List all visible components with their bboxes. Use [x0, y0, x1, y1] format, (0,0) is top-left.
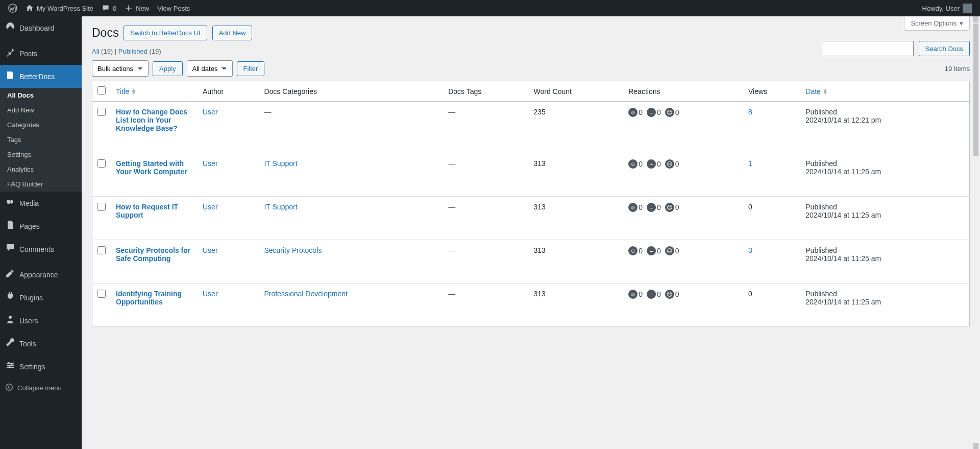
dates-select[interactable]: All dates	[187, 60, 233, 77]
happy-icon: ☺	[628, 159, 638, 169]
submenu-add-new[interactable]: Add New	[0, 103, 82, 117]
neutral-icon: ‒	[647, 203, 656, 212]
author-link[interactable]: User	[203, 290, 218, 298]
sort-icon: ▲▼	[131, 88, 136, 94]
reaction-neutral: ‒0	[647, 246, 661, 255]
menu-comments[interactable]: Comments	[0, 238, 82, 261]
menu-appearance[interactable]: Appearance	[0, 263, 82, 286]
col-date-sort[interactable]: Date ▲▼	[805, 87, 827, 96]
svg-point-1	[7, 200, 11, 204]
category-link[interactable]: Professional Development	[264, 290, 347, 298]
wordcount-value: 313	[528, 197, 623, 240]
neutral-icon: ‒	[647, 108, 656, 117]
submenu-faq-builder[interactable]: FAQ Builder	[0, 177, 82, 192]
menu-betterdocs[interactable]: BetterDocs	[0, 65, 82, 88]
menu-dashboard[interactable]: Dashboard	[0, 16, 82, 39]
select-all-checkbox[interactable]	[97, 86, 106, 94]
views-link[interactable]: 3	[748, 246, 752, 254]
comments-link[interactable]: 0	[97, 0, 120, 16]
col-title-sort[interactable]: Title ▲▼	[116, 87, 136, 96]
row-status: Published	[805, 108, 964, 116]
appearance-icon	[5, 268, 15, 281]
pin-icon	[5, 47, 15, 60]
new-content-link[interactable]: New	[120, 0, 153, 16]
menu-tools[interactable]: Tools	[0, 332, 82, 337]
row-title-link[interactable]: How to Change Docs List Icon in Your Kno…	[116, 108, 187, 132]
sad-icon: ☹	[665, 108, 674, 117]
search-input[interactable]	[822, 41, 914, 56]
row-title-link[interactable]: How to Request IT Support	[116, 203, 178, 219]
wp-logo[interactable]	[4, 0, 21, 16]
views-value: 0	[748, 290, 752, 298]
screen-options-toggle[interactable]: Screen Options ▾	[904, 16, 970, 31]
filter-all[interactable]: All	[92, 48, 99, 55]
reaction-neutral: ‒0	[647, 290, 661, 299]
author-link[interactable]: User	[203, 108, 218, 116]
row-checkbox[interactable]	[97, 246, 106, 254]
reaction-happy: ☺0	[628, 159, 643, 169]
scrollbar[interactable]	[972, 16, 980, 337]
category-link[interactable]: IT Support	[264, 159, 297, 168]
pages-icon	[5, 220, 15, 232]
row-checkbox[interactable]	[97, 203, 106, 211]
tags-value: —	[448, 246, 455, 254]
row-date: 2024/10/14 at 11:25 am	[805, 298, 964, 306]
row-checkbox[interactable]	[97, 290, 106, 298]
tags-value: —	[448, 108, 455, 116]
filter-published[interactable]: Published	[118, 48, 148, 55]
row-title-link[interactable]: Identifying Training Opportunities	[116, 290, 182, 306]
view-posts-link[interactable]: View Posts	[153, 0, 194, 16]
add-new-button[interactable]: Add New	[212, 26, 253, 40]
svg-point-2	[9, 316, 12, 319]
reactions-group: ☺0 ‒0 ☹0	[628, 159, 738, 169]
filter-button[interactable]: Filter	[237, 61, 265, 76]
menu-users[interactable]: Users	[0, 309, 82, 332]
comments-count: 0	[113, 5, 116, 12]
author-link[interactable]: User	[203, 203, 218, 211]
row-title-link[interactable]: Security Protocols for Safe Computing	[116, 246, 190, 263]
submenu-analytics[interactable]: Analytics	[0, 162, 82, 177]
tags-value: —	[448, 290, 455, 298]
views-link[interactable]: 8	[748, 108, 752, 116]
submenu-all-docs[interactable]: All Docs	[0, 88, 82, 103]
my-account-link[interactable]: Howdy, User	[918, 0, 976, 16]
submenu-settings[interactable]: Settings	[0, 147, 82, 162]
category-link[interactable]: Security Protocols	[264, 246, 322, 254]
dashboard-icon	[5, 21, 15, 34]
neutral-icon: ‒	[647, 290, 656, 299]
apply-button[interactable]: Apply	[153, 61, 183, 76]
menu-posts[interactable]: Posts	[0, 42, 82, 65]
reaction-sad: ☹0	[665, 203, 679, 212]
submenu-tags[interactable]: Tags	[0, 132, 82, 147]
author-link[interactable]: User	[203, 246, 218, 254]
items-count: 19 items	[945, 65, 970, 73]
author-link[interactable]: User	[203, 159, 218, 168]
wordcount-value: 313	[528, 283, 623, 327]
row-checkbox[interactable]	[97, 108, 106, 116]
reaction-happy: ☺0	[628, 203, 643, 212]
bulk-actions-select[interactable]: Bulk actions	[92, 60, 149, 77]
wordpress-icon	[8, 4, 17, 13]
menu-pages[interactable]: Pages	[0, 215, 82, 238]
switch-ui-button[interactable]: Switch to BetterDocs UI	[124, 26, 207, 40]
reaction-sad: ☹0	[665, 108, 679, 117]
new-label: New	[136, 5, 149, 12]
col-wordcount: Word Count	[528, 81, 623, 102]
table-row: How to Request IT Support User IT Suppor…	[92, 197, 970, 240]
menu-plugins[interactable]: Plugins	[0, 286, 82, 309]
search-button[interactable]: Search Docs	[919, 41, 970, 56]
reaction-neutral: ‒0	[647, 159, 661, 169]
site-name-link[interactable]: My WordPress Site	[21, 0, 97, 16]
category-link[interactable]: IT Support	[264, 203, 297, 211]
row-title-link[interactable]: Getting Started with Your Work Computer	[116, 159, 187, 176]
row-status: Published	[805, 159, 964, 168]
reactions-group: ☺0 ‒0 ☹0	[628, 203, 738, 212]
reaction-sad: ☹0	[665, 159, 679, 169]
row-checkbox[interactable]	[97, 159, 106, 168]
table-row: How to Change Docs List Icon in Your Kno…	[92, 102, 970, 153]
views-link[interactable]: 1	[748, 159, 752, 168]
reaction-neutral: ‒0	[647, 203, 661, 212]
menu-media[interactable]: Media	[0, 192, 82, 215]
submenu-categories[interactable]: Categories	[0, 117, 82, 132]
row-status: Published	[805, 246, 964, 254]
